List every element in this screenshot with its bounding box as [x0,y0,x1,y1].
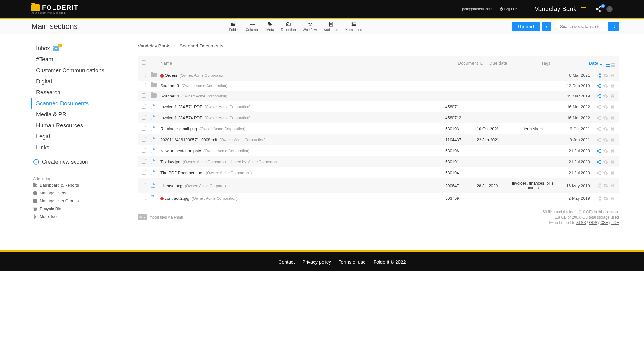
share-icon[interactable] [596,94,601,99]
share-icon[interactable] [596,83,601,88]
help-button[interactable]: ? [606,6,613,12]
table-row[interactable]: Orders (Owner: Acme Corporation)8 Mar 20… [138,70,619,81]
sidebar-item-research[interactable]: Research [31,87,129,98]
share-icon[interactable] [596,115,601,120]
col-due-date[interactable]: Due date [489,61,521,66]
print-icon[interactable] [610,73,615,78]
create-section-button[interactable]: + Create new section [31,153,129,165]
export-csv[interactable]: CSV [600,220,608,225]
row-checkbox[interactable] [142,159,146,164]
row-checkbox[interactable] [142,137,146,142]
sidebar-item-human-resources[interactable]: Human Resources [31,120,129,131]
col-name[interactable]: Name [160,61,458,66]
print-icon[interactable] [610,83,615,88]
list-view-icon[interactable] [606,63,610,67]
sidebar-item-links[interactable]: Links [31,142,129,153]
tool-audit[interactable]: Audit Log [324,21,338,31]
gear-icon[interactable] [603,104,608,109]
menu-icon[interactable] [581,7,586,11]
print-icon[interactable] [610,159,615,164]
share-icon[interactable] [596,159,601,164]
search-input[interactable] [557,22,607,31]
export-ods[interactable]: ODS [589,220,597,225]
table-row[interactable]: New presentation.pptx (Owner: Acme Corpo… [138,145,619,156]
table-row[interactable]: 20201124161008571_0008.pdf (Owner: Acme … [138,134,619,145]
logout-button[interactable]: ⏻ Log Out [497,6,519,12]
sidebar-item-customer-communications[interactable]: Customer Communications [31,65,129,76]
tool-columns[interactable]: Columns [246,21,259,31]
share-icon[interactable] [596,183,601,188]
share-icon[interactable] [596,137,601,142]
admin-dashboard-reports[interactable]: Dashboard & Reports [31,181,129,189]
table-row[interactable]: contract 2.jpg (Owner: Acme Corporation)… [138,193,619,204]
admin-recycle-bin[interactable]: Recycle Bin [31,205,129,213]
search-button[interactable] [608,22,619,31]
gear-icon[interactable] [603,115,608,120]
row-checkbox[interactable] [142,170,146,175]
gear-icon[interactable] [603,126,608,131]
breadcrumb-root[interactable]: Vandelay Bank [138,43,169,48]
gear-icon[interactable] [603,137,608,142]
sidebar-item-digital[interactable]: Digital [31,76,129,87]
tool-retention[interactable]: Retention [281,21,296,31]
tool-add-folder[interactable]: +Folder [227,21,239,31]
upload-button[interactable]: Upload [512,22,540,31]
sidebar-item-scanned-documents[interactable]: Scanned Documents [31,98,129,109]
share-icon[interactable] [596,104,601,109]
share-icon[interactable] [596,148,601,153]
table-row[interactable]: Scanner 3 (Owner: Acme Corporation)12 De… [138,81,619,91]
print-icon[interactable] [610,148,615,153]
tool-meta[interactable]: Meta [266,21,274,31]
footer-link-terms-of-use[interactable]: Terms of use [339,259,366,265]
row-checkbox[interactable] [142,183,146,187]
tool-numbering[interactable]: 123Numbering [345,21,362,31]
gear-icon[interactable] [603,148,608,153]
gear-icon[interactable] [603,159,608,164]
table-row[interactable]: Invoice-1 234 571.PDF (Owner: Acme Corpo… [138,101,619,112]
sidebar-item-legal[interactable]: Legal [31,131,129,142]
footer-link-privacy-policy[interactable]: Privacy policy [302,259,331,265]
gear-icon[interactable] [603,170,608,175]
table-row[interactable]: The PDF Document.pdf (Owner: Acme Corpor… [138,167,619,178]
row-checkbox[interactable] [142,148,146,153]
print-icon[interactable] [610,126,615,131]
sidebar-item--team[interactable]: #Team [31,54,129,65]
row-checkbox[interactable] [142,83,146,87]
admin-manage-users[interactable]: Manage Users [31,189,129,197]
print-icon[interactable] [610,104,615,109]
share-icon[interactable] [596,170,601,175]
share-icon[interactable] [596,196,601,201]
upload-dropdown[interactable]: ▾ [542,22,551,31]
print-icon[interactable] [610,196,615,201]
row-checkbox[interactable] [142,196,146,200]
print-icon[interactable] [610,94,615,99]
logo[interactable]: FOLDERIT Your documents. Managed. [31,4,79,14]
gear-icon[interactable] [603,73,608,78]
row-checkbox[interactable] [142,104,146,109]
print-icon[interactable] [610,115,615,120]
sidebar-item-media-pr[interactable]: Media & PR [31,109,129,120]
admin-manage-user-groups[interactable]: Manage User Groups [31,197,129,205]
admin-more-tools[interactable]: More Tools [31,213,129,220]
gear-icon[interactable] [603,94,608,99]
table-row[interactable]: Scanner 4 (Owner: Acme Corporation)15 Ma… [138,91,619,101]
table-row[interactable]: License.png (Owner: Acme Corporation)290… [138,178,619,193]
sidebar-item-inbox[interactable]: Inbox 4 [31,43,129,54]
share-icon[interactable]: 0 [596,6,602,12]
share-icon[interactable] [596,126,601,131]
row-checkbox[interactable] [142,73,146,77]
row-checkbox[interactable] [142,126,146,131]
col-document-id[interactable]: Document ID [458,61,489,66]
select-all-checkbox[interactable] [142,60,146,65]
print-icon[interactable] [610,170,615,175]
export-xlsx[interactable]: XLSX [576,220,586,225]
col-date[interactable]: Date ▲ [571,61,602,66]
gear-icon[interactable] [603,83,608,88]
gear-icon[interactable] [603,196,608,201]
print-icon[interactable] [610,137,615,142]
grid-view-icon[interactable] [611,63,615,67]
tool-workflow[interactable]: Workflow [303,21,317,31]
row-checkbox[interactable] [142,115,146,120]
org-name[interactable]: Vandelay Bank [535,5,576,13]
export-pdf[interactable]: PDF [611,220,619,225]
